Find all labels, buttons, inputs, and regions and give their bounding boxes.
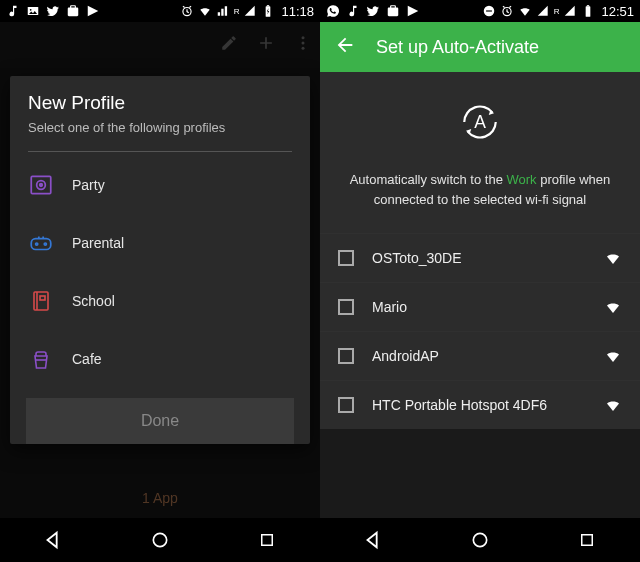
svg-rect-21: [586, 6, 591, 16]
music-icon: [346, 4, 360, 18]
profile-item-parental[interactable]: Parental: [10, 214, 310, 272]
signal-icon: [216, 4, 230, 18]
wifi-item[interactable]: OSToto_30DE: [320, 233, 640, 282]
status-time: 11:18: [281, 4, 314, 19]
svg-rect-22: [587, 5, 589, 6]
checkbox[interactable]: [338, 299, 354, 315]
svg-point-6: [302, 42, 305, 45]
svg-point-1: [30, 9, 32, 11]
signal-icon: [536, 4, 550, 18]
signal2-icon: [243, 4, 257, 18]
new-profile-dialog: New Profile Select one of the following …: [10, 76, 310, 444]
wifi-signal-icon: [604, 249, 622, 267]
hero: A Automatically switch to the Work profi…: [320, 72, 640, 233]
hero-text: Automatically switch to the Work profile…: [340, 170, 620, 209]
cafe-icon: [28, 346, 54, 372]
svg-point-13: [44, 243, 46, 245]
battery-icon: [261, 4, 275, 18]
twitter-icon: [366, 4, 380, 18]
profile-label: Party: [72, 177, 105, 193]
recents-button[interactable]: [256, 529, 278, 551]
alarm-icon: [180, 4, 194, 18]
wifi-signal-icon: [604, 347, 622, 365]
party-icon: [28, 172, 54, 198]
wifi-name: OSToto_30DE: [372, 250, 586, 266]
done-button[interactable]: Done: [26, 398, 294, 444]
wifi-item[interactable]: AndroidAP: [320, 331, 640, 380]
dnd-icon: [482, 4, 496, 18]
wifi-signal-icon: [604, 298, 622, 316]
auto-activate-icon: A: [452, 94, 508, 150]
svg-rect-14: [34, 292, 48, 310]
svg-rect-15: [40, 296, 45, 300]
wifi-name: HTC Portable Hotspot 4DF6: [372, 397, 586, 413]
checkbox[interactable]: [338, 348, 354, 364]
phone-right: R 12:51 Set up Auto-Activate A Automatic…: [320, 0, 640, 562]
phone-left: R 11:18 New Profile Select one of the fo…: [0, 0, 320, 562]
svg-rect-11: [31, 239, 51, 250]
status-bar: R 11:18: [0, 0, 320, 22]
back-button[interactable]: [42, 529, 64, 551]
add-icon: [256, 33, 276, 57]
roaming-label: R: [554, 7, 560, 16]
wifi-list: OSToto_30DE Mario AndroidAP HTC Portable…: [320, 233, 640, 429]
svg-rect-25: [581, 535, 592, 546]
battery-icon: [581, 4, 595, 18]
checkbox[interactable]: [338, 397, 354, 413]
profile-label: Parental: [72, 235, 124, 251]
wifi-name: Mario: [372, 299, 586, 315]
whatsapp-icon: [326, 4, 340, 18]
checkbox[interactable]: [338, 250, 354, 266]
roaming-label: R: [234, 7, 240, 16]
profile-item-party[interactable]: Party: [10, 156, 310, 214]
wifi-item[interactable]: Mario: [320, 282, 640, 331]
profile-item-cafe[interactable]: Cafe: [10, 330, 310, 388]
toolbar: Set up Auto-Activate: [320, 22, 640, 72]
music-icon: [6, 4, 20, 18]
status-bar: R 12:51: [320, 0, 640, 22]
svg-point-7: [302, 47, 305, 50]
svg-point-10: [40, 184, 43, 187]
toolbar-title: Set up Auto-Activate: [376, 37, 539, 58]
parental-icon: [28, 230, 54, 256]
back-button[interactable]: [362, 529, 384, 551]
navbar: [320, 518, 640, 562]
svg-rect-19: [486, 10, 492, 11]
profile-label: School: [72, 293, 115, 309]
svg-rect-17: [261, 535, 272, 546]
play-icon: [406, 4, 420, 18]
image-icon: [26, 4, 40, 18]
profile-list: Party Parental School Cafe: [10, 152, 310, 392]
recents-button[interactable]: [576, 529, 598, 551]
svg-point-12: [36, 243, 38, 245]
dialog-title: New Profile: [28, 92, 292, 114]
twitter-icon: [46, 4, 60, 18]
store-icon: [386, 4, 400, 18]
svg-rect-4: [267, 5, 269, 6]
store-icon: [66, 4, 80, 18]
wifi-signal-icon: [604, 396, 622, 414]
wifi-icon: [518, 4, 532, 18]
alarm-icon: [500, 4, 514, 18]
svg-point-5: [302, 36, 305, 39]
overflow-icon: [294, 34, 312, 56]
svg-text:A: A: [474, 112, 486, 132]
profile-label: Cafe: [72, 351, 102, 367]
home-button[interactable]: [469, 529, 491, 551]
svg-point-16: [153, 533, 166, 546]
play-icon: [86, 4, 100, 18]
home-button[interactable]: [149, 529, 171, 551]
behind-text: 1 App: [0, 490, 320, 506]
wifi-item[interactable]: HTC Portable Hotspot 4DF6: [320, 380, 640, 429]
svg-point-24: [473, 533, 486, 546]
profile-item-school[interactable]: School: [10, 272, 310, 330]
wifi-name: AndroidAP: [372, 348, 586, 364]
dialog-subtitle: Select one of the following profiles: [28, 120, 292, 135]
wifi-icon: [198, 4, 212, 18]
navbar: [0, 518, 320, 562]
school-icon: [28, 288, 54, 314]
signal2-icon: [563, 4, 577, 18]
dim-actionbar: [0, 22, 320, 68]
back-arrow-icon[interactable]: [334, 34, 356, 60]
edit-icon: [220, 34, 238, 56]
